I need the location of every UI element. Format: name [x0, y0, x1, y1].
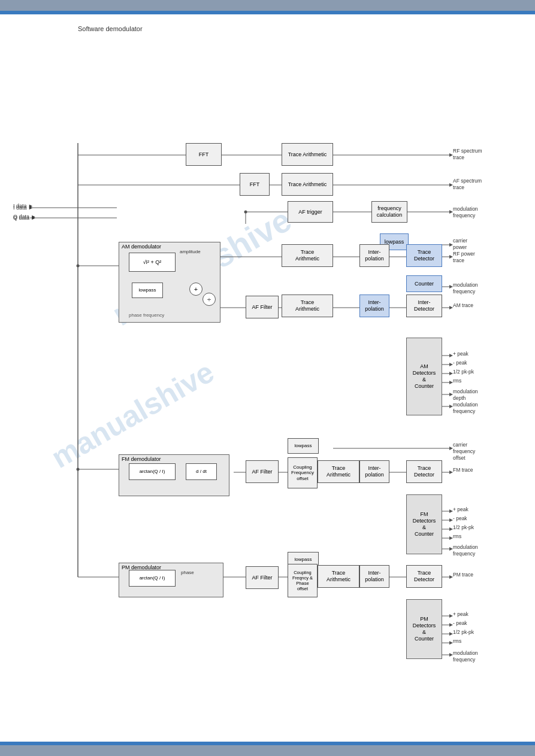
am-rms-label: rms: [453, 378, 461, 384]
counter1-block: Counter: [406, 275, 442, 292]
fm-mod-freq-label: modulationfrequency: [453, 544, 478, 557]
coupling-freq2-block: CouplingFreqncy &Phaseoffset: [288, 564, 318, 597]
freq-calc-block: frequency calculation: [371, 201, 407, 223]
trace-arith2-block: Trace Arithmetic: [282, 173, 333, 196]
pm-det-counter-block: PMDetectors&Counter: [406, 599, 442, 659]
interp4-block: Inter-polation: [359, 565, 389, 588]
am-mod-freq-label: modulationfrequency: [453, 402, 478, 415]
trace-arith3-block: TraceArithmetic: [282, 244, 333, 267]
pm-rms-label: rms: [453, 638, 461, 644]
fft2-block: FFT: [240, 173, 270, 196]
diagram-container: manualshive manualshive I data ► Q data …: [12, 38, 527, 685]
fft1-block: FFT: [186, 143, 222, 166]
am-mod-depth-label: modulationdepth: [453, 388, 478, 402]
phase-label: phase: [181, 570, 205, 575]
top-bar: [0, 0, 535, 11]
phase-freq-label: phase frequency: [129, 312, 164, 318]
amplitude-label: amplitude: [180, 249, 201, 254]
mod-freq2-label: modulationfrequency: [453, 282, 507, 295]
svg-point-94: [77, 468, 80, 471]
af-spectrum-label: AF spectrumtrace: [453, 178, 507, 191]
rf-power-trace-label: RF powertrace: [453, 251, 507, 264]
arctan1-block: arctan(Q / I): [129, 463, 176, 480]
fm-rms-label: rms: [453, 533, 461, 539]
trace-arith3b-block: TraceArithmetic: [282, 294, 333, 317]
lowpass1-block: lowpass: [132, 283, 163, 298]
am-peak-pos-label: + peak: [453, 351, 468, 357]
fm-trace-label: FM trace: [453, 467, 473, 473]
fm-det-counter-block: FMDetectors&Counter: [406, 494, 442, 554]
carrier-power-label: carrierpower: [453, 238, 507, 251]
lowpass3-block: lowpass: [288, 438, 319, 454]
af-trigger-block: AF trigger: [288, 201, 333, 223]
svg-point-91: [244, 211, 247, 214]
trace-arith4-block: TraceArithmetic: [318, 460, 359, 483]
pm-mod-freq-label: modulationfrequency: [453, 650, 478, 663]
trace-det1-block: TraceDetector: [406, 244, 442, 267]
am-trace-label: AM trace: [453, 302, 507, 309]
trace-det3-block: TraceDetector: [406, 460, 442, 483]
interp3-block: Inter-polation: [359, 460, 389, 483]
mod-freq1-label: modulationfrequency: [453, 206, 507, 219]
sqrt-block: √I² + Q²: [129, 253, 176, 272]
trace-arith1-block: Trace Arithmetic: [282, 143, 333, 166]
coupling-freq-block: CouplingFrequencyoffset: [288, 457, 318, 488]
trace-det4-block: TraceDetector: [406, 565, 442, 588]
pm-peak-pos-label: + peak: [453, 611, 468, 617]
am-det-counter-block: AMDetectors&Counter: [406, 338, 442, 415]
am-half-pk-label: 1/2 pk-pk: [453, 369, 474, 375]
af-filter1-block: AF Filter: [246, 296, 279, 318]
pm-half-pk-label: 1/2 pk-pk: [453, 629, 474, 635]
fm-peak-pos-label: + peak: [453, 506, 468, 512]
am-peak-neg-label: - peak: [453, 360, 467, 366]
svg-point-93: [77, 265, 80, 268]
q-data-label: Q data ►: [13, 214, 36, 220]
trace-det2-block: Inter-Detector: [406, 294, 442, 317]
fm-half-pk-label: 1/2 pk-pk: [453, 524, 474, 530]
fm-peak-neg-label: - peak: [453, 515, 467, 521]
pm-peak-neg-label: - peak: [453, 620, 467, 626]
bottom-bar: [0, 745, 535, 756]
i-data-label: I data ►: [13, 203, 34, 209]
af-filter2-block: AF Filter: [246, 460, 279, 483]
rf-spectrum-label: RF spectrumtrace: [453, 148, 507, 161]
interp1-block: Inter-polation: [359, 244, 389, 267]
div-circle: ÷: [202, 293, 216, 306]
af-filter3-block: AF Filter: [246, 566, 279, 589]
plus-circle: +: [189, 283, 202, 296]
ddt-block: d / dt: [186, 463, 217, 480]
interp2-block: Inter-polation: [359, 294, 389, 317]
pm-trace-label: PM trace: [453, 572, 473, 578]
trace-arith5-block: TraceArithmetic: [318, 565, 359, 588]
page-title: Software demodulator: [78, 25, 523, 32]
carrier-freq-offset-label: carrierfrequencyoffset: [453, 442, 475, 462]
arctan2-block: arctan(Q / I): [129, 570, 176, 587]
